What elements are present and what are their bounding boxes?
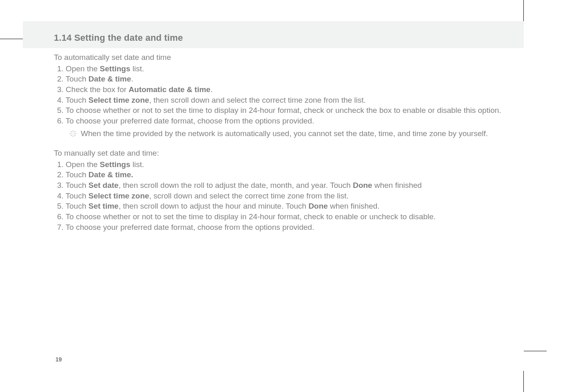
bold-text: Select time zone (89, 192, 149, 200)
bold-text: Automatic date & time (128, 85, 210, 94)
auto-step-2: 2. Touch Date & time. (57, 74, 516, 84)
text: 4. Touch (57, 96, 89, 104)
auto-step-6: 6. To choose your preferred date format,… (57, 116, 516, 126)
text: 1. Open the (57, 160, 100, 169)
text: 2. Touch (57, 75, 89, 83)
bold-text: Done (353, 181, 372, 189)
auto-intro: To automatically set date and time (54, 52, 516, 63)
bold-text: Date & time (89, 75, 131, 83)
auto-step-4: 4. Touch Select time zone, then scroll d… (57, 95, 516, 106)
note-block: When the time provided by the network is… (69, 128, 495, 139)
text: when finished (372, 181, 421, 189)
svg-line-5 (71, 132, 72, 132)
text: 2. Touch (57, 170, 89, 179)
bold-text: Settings (100, 64, 131, 73)
bold-text: Set date (89, 181, 119, 189)
text: list. (131, 160, 144, 169)
content-area: 1.14 Setting the date and time To automa… (23, 21, 524, 371)
bold-text: Settings (100, 160, 131, 169)
section-heading-bar: 1.14 Setting the date and time (23, 21, 524, 48)
text: , then scroll down the roll to adjust th… (119, 181, 353, 189)
text: 3. Touch (57, 181, 89, 189)
manual-step-7: 7. To choose your preferred date format,… (57, 222, 516, 233)
page-number: 19 (55, 356, 62, 363)
manual-step-1: 1. Open the Settings list. (57, 159, 516, 170)
manual-step-5: 5. Touch Set time, then scroll down to a… (57, 201, 516, 211)
auto-step-5: 5. To choose whether or not to set the t… (57, 105, 516, 116)
text: , scroll down and select the correct tim… (149, 192, 349, 200)
section-heading: 1.14 Setting the date and time (54, 33, 524, 43)
bold-text: Done (308, 202, 328, 210)
text: . (210, 85, 213, 94)
text: , then scroll down to adjust the hour an… (119, 202, 308, 210)
text: . (131, 75, 133, 83)
manual-step-4: 4. Touch Select time zone, scroll down a… (57, 191, 516, 201)
text: list. (131, 64, 144, 73)
auto-step-3: 3. Check the box for Automatic date & ti… (57, 84, 516, 95)
bold-text: Date & time. (89, 170, 133, 179)
svg-line-8 (71, 135, 72, 136)
document-page: 1.14 Setting the date and time To automa… (0, 0, 576, 392)
text: 3. Check the box for (57, 85, 128, 94)
sun-icon (69, 130, 77, 137)
text: , then scroll down and select the correc… (149, 96, 366, 104)
manual-intro: To manually set date and time: (54, 148, 516, 159)
crop-mark (523, 0, 524, 21)
text: 1. Open the (57, 64, 100, 73)
body-text: To automatically set date and time 1. Op… (54, 48, 516, 232)
note-text: When the time provided by the network is… (81, 128, 488, 139)
auto-step-1: 1. Open the Settings list. (57, 64, 516, 74)
manual-step-3: 3. Touch Set date, then scroll down the … (57, 180, 516, 191)
bold-text: Set time (89, 202, 119, 210)
svg-line-6 (75, 135, 75, 136)
svg-point-0 (72, 133, 74, 135)
text: when finished. (328, 202, 380, 210)
crop-mark (0, 39, 24, 39)
crop-mark (523, 371, 524, 392)
manual-step-2: 2. Touch Date & time. (57, 170, 516, 180)
svg-line-7 (75, 132, 75, 132)
crop-mark (524, 351, 547, 351)
text: 4. Touch (57, 192, 89, 200)
text: 5. Touch (57, 202, 89, 210)
bold-text: Select time zone (89, 96, 149, 104)
manual-step-6: 6. To choose whether or not to set the t… (57, 211, 516, 222)
